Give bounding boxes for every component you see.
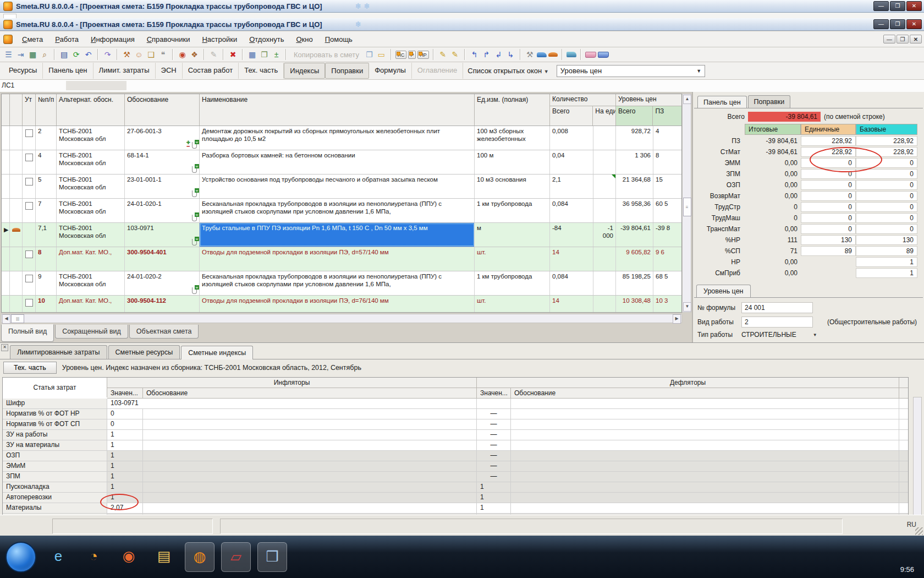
vscroll-thumb[interactable]: ≡: [683, 198, 691, 216]
resources-icon[interactable]: ❖: [189, 50, 200, 60]
start-button[interactable]: [6, 542, 36, 572]
report-icon[interactable]: ▦: [247, 50, 257, 60]
book-blue-icon[interactable]: [598, 52, 609, 58]
table-row[interactable]: 7ТСНБ-2001 Московская обл24-01-020-1Беск…: [2, 199, 681, 223]
mini-button-ЛС[interactable]: ЛС: [395, 51, 406, 59]
bottom-tab-Лимитированные затраты[interactable]: Лимитированные затраты: [10, 345, 107, 359]
indent2-icon[interactable]: ↱: [481, 50, 492, 60]
strip-tab-Поправки[interactable]: Поправки: [325, 63, 369, 79]
attachment-icon[interactable]: [192, 166, 197, 173]
hammer-icon[interactable]: ⚒: [122, 50, 132, 60]
menu-Справочники[interactable]: Справочники: [141, 33, 196, 46]
level-tab[interactable]: Уровень цен: [696, 285, 751, 297]
hat-icon[interactable]: [548, 52, 558, 57]
copy-add-icon[interactable]: ❐: [259, 50, 270, 60]
index-row[interactable]: Материалы2,071: [3, 503, 908, 514]
index-row[interactable]: Пусконаладка11: [3, 482, 908, 493]
view-tab-Объектная смета[interactable]: Объектная смета: [129, 325, 199, 339]
hscroll-thumb[interactable]: |||: [11, 314, 24, 323]
indent1-icon[interactable]: ↰: [469, 50, 480, 60]
strip-tab-Состав работ[interactable]: Состав работ: [183, 63, 239, 79]
work-type-input[interactable]: 2: [741, 317, 813, 328]
work-kind-combobox[interactable]: СТРОИТЕЛЬНЫЕ ▼: [741, 331, 817, 339]
outline-tree-icon[interactable]: ☰: [3, 50, 14, 60]
attachment-icon[interactable]: [192, 287, 197, 294]
formula-input[interactable]: 24 001: [741, 302, 813, 313]
strip-tab-Индексы[interactable]: Индексы: [284, 63, 325, 79]
truck-icon[interactable]: [566, 52, 576, 57]
view-tab-Сокращенный вид[interactable]: Сокращенный вид: [55, 325, 128, 339]
price-level-combobox[interactable]: Уровень цен ▼: [557, 65, 705, 77]
strip-tab-Тех. часть[interactable]: Тех. часть: [239, 63, 284, 79]
attachment-icon[interactable]: [192, 239, 197, 246]
row-checkbox[interactable]: [25, 178, 33, 186]
strip-tab-ЭСН[interactable]: ЭСН: [156, 63, 183, 79]
mini-button-Р[interactable]: Р: [408, 51, 416, 59]
index-row[interactable]: Норматив % от ФОТ НР0—: [3, 409, 908, 419]
search-icon[interactable]: ⌕: [40, 50, 50, 60]
revert-icon[interactable]: ↷: [102, 50, 113, 60]
ie-icon[interactable]: e: [44, 542, 73, 571]
table-row[interactable]: 5ТСНБ-2001 Московская обл23-01-001-1Устр…: [2, 175, 681, 199]
scroll-up-icon[interactable]: ▲: [683, 95, 691, 104]
indent3-icon[interactable]: ↲: [493, 50, 504, 60]
index-row[interactable]: Шифр103-0971: [3, 399, 908, 409]
row-checkbox[interactable]: [25, 202, 33, 210]
scroll-left-icon[interactable]: ◀: [2, 314, 10, 324]
menu-Окно[interactable]: Окно: [290, 33, 318, 46]
estimate-vscrollbar[interactable]: ▲ ≡ ▼: [682, 94, 691, 313]
row-checkbox[interactable]: [25, 129, 33, 137]
index-row[interactable]: ОЗП1—: [3, 451, 908, 461]
estimate-hscrollbar[interactable]: ◀ ||| ▶: [1, 314, 682, 323]
view-tab-Полный вид[interactable]: Полный вид: [1, 324, 54, 342]
open-windows-button[interactable]: Список открытых окон ▼: [463, 63, 553, 78]
materials-box-icon[interactable]: ❑: [146, 50, 156, 60]
table-row[interactable]: ▶7,1ТСНБ-2001 Московская обл103-0971Труб…: [2, 223, 681, 247]
media-icon[interactable]: ◉: [114, 542, 143, 571]
document-icon[interactable]: ▱: [221, 542, 251, 572]
attachment-icon[interactable]: [192, 142, 197, 149]
scroll-down-icon[interactable]: ▼: [683, 302, 691, 312]
browser-icon[interactable]: ◔: [79, 542, 108, 571]
menu-Информация[interactable]: Информация: [85, 33, 141, 46]
money-icon[interactable]: ◉: [177, 50, 188, 60]
menu-Помощь[interactable]: Помощь: [319, 33, 359, 46]
refresh-icon[interactable]: ⟳: [71, 50, 81, 60]
minimize-button-inner[interactable]: —: [873, 19, 889, 29]
strip-tab-Формулы[interactable]: Формулы: [369, 63, 412, 79]
worker-icon[interactable]: ☺: [134, 50, 144, 60]
copy-doc-icon[interactable]: ❐: [364, 50, 375, 60]
index-row[interactable]: ЗПМ1—: [3, 472, 908, 482]
car-icon[interactable]: [537, 52, 547, 57]
folder-icon[interactable]: ▭: [376, 50, 387, 60]
row-checkbox[interactable]: [25, 275, 33, 282]
strip-tab-Лимит. затраты[interactable]: Лимит. затраты: [94, 63, 156, 79]
panel-close-icon[interactable]: ✕: [1, 344, 8, 351]
menu-Смета[interactable]: Смета: [16, 33, 49, 46]
restore-button-inner[interactable]: ❐: [890, 19, 905, 29]
strip-tab-Ресурсы[interactable]: Ресурсы: [3, 63, 43, 79]
window-icon[interactable]: ❒: [257, 542, 287, 572]
menu-Отдохнуть[interactable]: Отдохнуть: [243, 33, 290, 46]
explorer-icon[interactable]: ▤: [150, 542, 178, 571]
plus-minus-icon[interactable]: ±: [271, 50, 282, 60]
close-button[interactable]: ✕: [906, 1, 922, 11]
menu-Работа[interactable]: Работа: [49, 33, 85, 46]
strip-tab-Панель цен[interactable]: Панель цен: [43, 63, 93, 79]
index-row[interactable]: Автоперевозки11: [3, 493, 908, 503]
smeta-app-icon[interactable]: ◍: [185, 542, 215, 572]
table-row[interactable]: 9ТСНБ-2001 Московская обл24-01-020-2Беск…: [2, 271, 681, 296]
attachment-icon[interactable]: [192, 190, 197, 197]
close-button-inner[interactable]: ✕: [906, 19, 922, 29]
table-edit2-icon[interactable]: ✎: [450, 50, 460, 60]
restore-button[interactable]: ❐: [890, 1, 905, 11]
doc-close-button[interactable]: ✕: [910, 35, 922, 43]
resize-grip[interactable]: [915, 527, 923, 535]
bottom-tab-Сметные ресурсы[interactable]: Сметные ресурсы: [108, 345, 180, 359]
minimize-button[interactable]: —: [873, 1, 889, 11]
comment-icon[interactable]: ❝: [158, 50, 168, 60]
document-menu-icon[interactable]: [3, 35, 13, 44]
book-pink-icon[interactable]: [585, 52, 596, 58]
hammer2-icon[interactable]: ⚒: [525, 50, 535, 60]
table-edit-icon[interactable]: ✎: [438, 50, 448, 60]
